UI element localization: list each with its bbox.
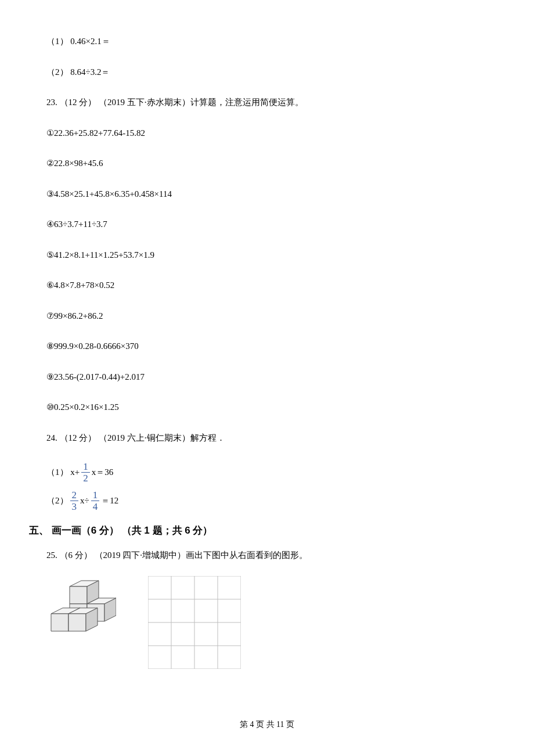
answer-grid-icon — [148, 576, 241, 669]
fraction-one-half: 1 2 — [81, 462, 90, 483]
svg-marker-12 — [68, 614, 86, 631]
fraction-two-thirds: 2 3 — [70, 490, 79, 512]
q24-2-suffix: ＝12 — [101, 494, 118, 507]
q24-1-suffix: x＝36 — [92, 466, 114, 479]
page-content: （1） 0.46×2.1＝ （2） 8.64÷3.2＝ 23. （12 分） （… — [46, 35, 488, 669]
cube-figure-icon — [46, 576, 116, 646]
q23-item-7: ⑦99×86.2+86.2 — [46, 309, 488, 323]
fraction-one-quarter: 1 4 — [91, 490, 100, 512]
q23-item-9: ⑨23.56-(2.017-0.44)+2.017 — [46, 370, 488, 384]
q24-sub1: （1） x+ 1 2 x＝36 — [46, 462, 488, 483]
fraction-denominator: 3 — [70, 501, 79, 512]
q23-item-5: ⑤41.2×8.1+11×1.25+53.7×1.9 — [46, 249, 488, 262]
page-footer: 第 4 页 共 11 页 — [0, 719, 534, 730]
q24-prompt: 24. （12 分） （2019 六上·铜仁期末）解方程． — [46, 431, 488, 445]
svg-marker-1 — [70, 586, 87, 604]
svg-marker-9 — [51, 614, 68, 631]
fraction-denominator: 4 — [91, 501, 100, 512]
section-5-header: 五、 画一画（6 分） （共 1 题；共 6 分） — [29, 523, 488, 538]
q24-1-prefix: （1） x+ — [46, 466, 80, 479]
fraction-numerator: 1 — [91, 490, 100, 501]
q23-item-10: ⑩0.25×0.2×16×1.25 — [46, 401, 488, 414]
q23-item-3: ③4.58×25.1+45.8×6.35+0.458×114 — [46, 188, 488, 201]
q24-2-mid: x÷ — [80, 494, 89, 507]
q22-sub1: （1） 0.46×2.1＝ — [46, 35, 488, 48]
q23-prompt: 23. （12 分） （2019 五下·赤水期末）计算题，注意运用简便运算。 — [46, 96, 488, 109]
q23-item-4: ④63÷3.7+11÷3.7 — [46, 218, 488, 231]
fraction-denominator: 2 — [81, 473, 90, 483]
q23-item-6: ⑥4.8×7.8+78×0.52 — [46, 279, 488, 292]
fraction-numerator: 1 — [81, 462, 90, 473]
q23-item-1: ①22.36+25.82+77.64-15.82 — [46, 127, 488, 140]
q25-prompt: 25. （6 分） （2019 四下·增城期中）画出下图中从右面看到的图形。 — [46, 549, 488, 562]
q23-item-2: ②22.8×98+45.6 — [46, 157, 488, 170]
q24-2-prefix: （2） — [46, 494, 68, 507]
q25-figures — [46, 576, 488, 669]
fraction-numerator: 2 — [70, 490, 79, 501]
q22-sub2: （2） 8.64÷3.2＝ — [46, 66, 488, 79]
q24-sub2: （2） 2 3 x÷ 1 4 ＝12 — [46, 490, 488, 512]
q23-item-8: ⑧999.9×0.28-0.6666×370 — [46, 340, 488, 353]
